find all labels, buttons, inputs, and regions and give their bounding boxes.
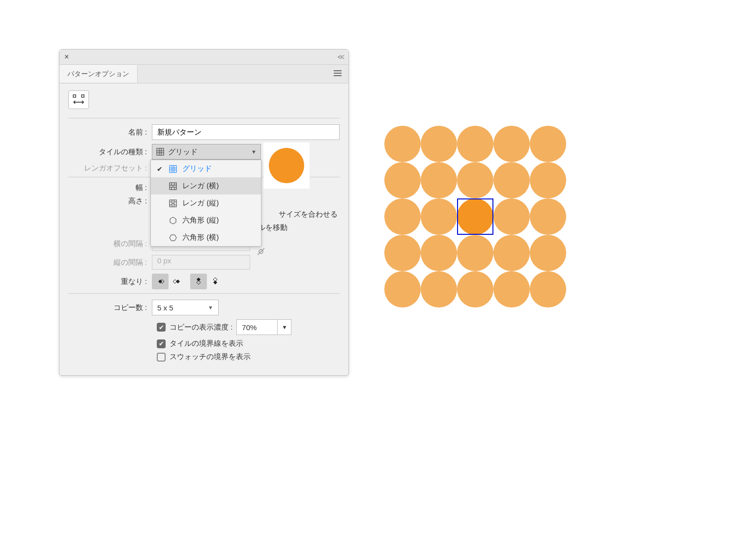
pattern-copy-circle bbox=[530, 271, 566, 308]
pattern-options-panel: × << パターンオプション 名前 : タイルの種類 : bbox=[59, 49, 349, 376]
row-name: 名前 : bbox=[68, 124, 340, 140]
panel-titlebar: × << bbox=[59, 50, 348, 65]
label-tiletype: タイルの種類 : bbox=[68, 147, 152, 157]
svg-line-8 bbox=[258, 248, 264, 255]
svg-rect-1 bbox=[82, 95, 84, 97]
label-brickoffset: レンガオフセット : bbox=[68, 164, 152, 173]
dropdown-item-grid[interactable]: ✔ グリッド bbox=[151, 160, 261, 177]
dropdown-item-hex-col[interactable]: 六角形 (縦) bbox=[151, 212, 261, 229]
row-copies: コピー数 : 5 x 5 ▼ bbox=[68, 300, 340, 315]
checkbox-dimcopies[interactable]: ✔ bbox=[157, 323, 166, 332]
svg-rect-3 bbox=[157, 148, 164, 155]
label-vspacing: 縦の間隔 : bbox=[68, 258, 152, 267]
tiletype-value: グリッド bbox=[168, 147, 198, 157]
dropdown-item-label: グリッド bbox=[182, 164, 212, 173]
pattern-copy-circle bbox=[530, 126, 566, 162]
tab-pattern-options[interactable]: パターンオプション bbox=[59, 65, 138, 83]
dim-percent-chevron[interactable]: ▼ bbox=[278, 319, 291, 335]
pattern-copy-circle bbox=[421, 162, 457, 198]
pattern-copy-circle bbox=[530, 235, 566, 271]
dropdown-item-label: レンガ (縦) bbox=[182, 198, 219, 208]
pattern-copy-circle bbox=[384, 235, 421, 271]
label-name: 名前 : bbox=[68, 128, 152, 137]
grid-icon bbox=[169, 165, 177, 173]
vspacing-input: 0 px bbox=[152, 255, 250, 270]
row-vspacing: 縦の間隔 : 0 px bbox=[68, 255, 340, 270]
close-icon[interactable]: × bbox=[64, 53, 69, 61]
svg-marker-38 bbox=[170, 217, 176, 224]
dropdown-item-label: 六角形 (縦) bbox=[182, 216, 219, 225]
overlap-top-front-button[interactable] bbox=[190, 274, 207, 289]
checkbox-showswatch[interactable] bbox=[157, 353, 166, 362]
svg-rect-17 bbox=[170, 166, 176, 172]
pattern-copy-circle bbox=[493, 126, 530, 162]
svg-marker-39 bbox=[170, 235, 176, 241]
collapse-icon[interactable]: << bbox=[338, 53, 344, 61]
row-dim: ✔ コピーの表示濃度 : 70% ▼ bbox=[68, 319, 340, 335]
brick-row-icon bbox=[169, 182, 177, 191]
pattern-copy-circle bbox=[457, 126, 493, 162]
tiletype-select[interactable]: グリッド ▼ bbox=[152, 144, 261, 160]
link-icon[interactable] bbox=[256, 247, 266, 259]
pattern-copy-circle bbox=[421, 271, 457, 308]
svg-marker-12 bbox=[176, 280, 180, 283]
svg-marker-16 bbox=[213, 280, 217, 284]
pattern-copy-circle bbox=[421, 235, 457, 271]
svg-rect-0 bbox=[73, 95, 76, 97]
label-width: 幅 : bbox=[68, 183, 152, 193]
panel-body: 名前 : タイルの種類 : グリッド ▼ レンガオフセット : 幅 : bbox=[59, 84, 348, 375]
pattern-tile-tool-button[interactable] bbox=[68, 90, 89, 109]
hamburger-icon bbox=[334, 69, 342, 78]
panel-tabrow: パターンオプション bbox=[59, 65, 348, 84]
pattern-copy-circle bbox=[493, 235, 530, 271]
chevron-down-icon: ▼ bbox=[251, 149, 257, 155]
pattern-copy-circle bbox=[384, 271, 421, 308]
label-hspacing: 横の間隔 : bbox=[68, 239, 152, 249]
pattern-copy-circle bbox=[493, 162, 530, 198]
divider bbox=[68, 293, 340, 294]
label-overlap: 重なり : bbox=[68, 277, 152, 286]
dropdown-item-hex-row[interactable]: 六角形 (横) bbox=[151, 229, 261, 246]
name-input[interactable] bbox=[152, 124, 340, 140]
pattern-copy-circle bbox=[530, 162, 566, 198]
canvas-pattern-preview[interactable] bbox=[384, 126, 566, 308]
pattern-copy-circle bbox=[421, 198, 457, 235]
preview-circle bbox=[269, 148, 304, 183]
dropdown-item-label: レンガ (横) bbox=[182, 181, 219, 191]
label-copies: コピー数 : bbox=[68, 303, 152, 312]
panel-menu-button[interactable] bbox=[327, 65, 348, 83]
row-showswatch: スウォッチの境界を表示 bbox=[68, 352, 340, 362]
dropdown-item-label: 六角形 (横) bbox=[182, 233, 219, 242]
pattern-copy-circle bbox=[457, 162, 493, 198]
overlap-left-front-button[interactable] bbox=[152, 274, 169, 289]
row-overlap: 重なり : bbox=[68, 274, 340, 289]
overlap-right-front-button[interactable] bbox=[169, 274, 185, 289]
row-showtile: ✔ タイルの境界線を表示 bbox=[68, 339, 340, 348]
pattern-copy-circle bbox=[493, 198, 530, 235]
checkbox-showtile[interactable]: ✔ bbox=[157, 339, 166, 348]
pattern-copy-circle bbox=[384, 198, 421, 235]
dropdown-item-brick-row[interactable]: レンガ (横) bbox=[151, 177, 261, 195]
preview-swatch bbox=[263, 142, 310, 189]
pattern-copy-circle bbox=[457, 235, 493, 271]
tiletype-dropdown: ✔ グリッド レンガ (横) レンガ (縦) bbox=[150, 160, 261, 247]
pattern-copy-circle bbox=[421, 126, 457, 162]
label-height: 高さ : bbox=[68, 196, 152, 206]
check-icon: ✔ bbox=[157, 165, 164, 173]
pattern-copy-circle bbox=[493, 271, 530, 308]
tile-boundary[interactable] bbox=[457, 198, 493, 235]
copies-select[interactable]: 5 x 5 ▼ bbox=[152, 300, 219, 315]
dim-percent-input[interactable]: 70% bbox=[236, 319, 278, 335]
label-dimcopies: コピーの表示濃度 : bbox=[170, 323, 232, 332]
grid-icon bbox=[156, 148, 164, 156]
pattern-copy-circle bbox=[384, 162, 421, 198]
divider bbox=[68, 118, 340, 118]
dropdown-item-brick-col[interactable]: レンガ (縦) bbox=[151, 195, 261, 212]
pattern-copy-circle bbox=[384, 126, 421, 162]
label-sizetile: サイズを合わせる bbox=[279, 210, 338, 219]
brick-col-icon bbox=[169, 199, 177, 208]
copies-value: 5 x 5 bbox=[157, 304, 173, 312]
label-showswatch: スウォッチの境界を表示 bbox=[170, 352, 251, 362]
pattern-copy-circle bbox=[530, 198, 566, 235]
overlap-bottom-front-button[interactable] bbox=[207, 274, 224, 289]
